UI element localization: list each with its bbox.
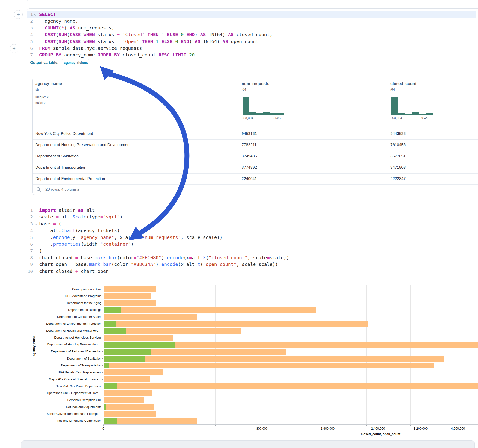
code-token: alt. [125,235,136,240]
line-number: 5 [22,234,33,241]
table-cell: 7782211 [242,143,257,147]
code-token: = [183,261,186,267]
code-token: alt. [59,214,72,220]
code-token: scale)) [203,235,222,240]
code-token: "#FFC080" [136,255,161,260]
code-token: X [197,261,200,267]
code-token: alt [84,207,95,213]
code-token: properties [53,241,81,247]
code-line[interactable]: ) [39,248,42,254]
code-token: scale)) [270,255,289,260]
code-token: = [70,261,72,267]
code-token: = [53,221,56,227]
histogram-max-label: 9.5e6 [273,116,281,120]
code-token: (x [183,255,189,260]
code-token: scale)) [258,261,278,267]
code-token: encode [53,235,70,240]
column-name: num_requests [242,81,269,86]
histogram-bar [263,112,270,115]
code-token: = [75,235,78,240]
code-token: as [78,207,84,213]
table-cell: New York City Police Department [35,131,93,136]
code-token: , scale [247,255,267,260]
histogram-bar [426,113,433,115]
table-row: Department of Environmental Protection22… [32,173,478,185]
code-line[interactable]: scale = alt.Scale(type="sqrt") [39,214,122,220]
table-cell: 3471908 [390,165,406,170]
code-token: , x [114,235,122,240]
code-token: = [200,235,203,240]
code-token: = [133,255,136,260]
code-token: = [56,214,59,220]
line-number: 9 [22,261,33,268]
code-token: = [189,255,192,260]
code-token: mark_bar [89,261,111,267]
next-cell-collapsed[interactable] [21,440,475,448]
table-cell: Department of Sanitation [35,154,79,159]
table-cell: Department of Housing Preservation and D… [35,143,131,147]
code-token: "agency_name" [78,235,114,240]
code-token: , scale [236,261,256,267]
histogram-bar [243,97,249,115]
code-token: ( [206,255,209,260]
histogram-max-label: 9.4e6 [421,116,429,120]
table-row: New York City Police Department945313194… [32,128,478,140]
column-stat: unique: 20 [35,95,50,99]
code-token: (y [70,235,75,240]
code-token: chart_closed [39,255,75,260]
code-token: . [39,235,53,240]
code-token: X [203,255,206,260]
code-line[interactable]: alt.Chart(agency_tickets) [39,227,120,234]
histogram-bar [412,112,419,115]
code-line[interactable]: chart_closed + chart_open [39,268,109,275]
code-token: chart_open [78,268,109,274]
cell-frame [27,8,478,440]
code-line[interactable]: chart_open = base.mark_bar(color="#8BC34… [39,261,278,268]
code-token: Scale [73,214,87,220]
column-stat: nulls: 0 [35,101,45,105]
code-token: (agency_tickets) [75,228,120,233]
code-line[interactable]: import altair as alt [39,207,95,214]
code-token: alt. [192,255,203,260]
code-token: "open_count" [203,261,237,267]
code-token: ) [120,214,122,220]
divider [27,205,478,205]
code-token: encode [161,261,178,267]
code-token: ) [131,241,133,247]
code-token: ( [139,235,142,240]
table-cell: 3774892 [242,165,257,170]
table-row: Department of Transportation377489234719… [32,162,478,174]
table-footer: 20 rows, 4 columns [32,184,478,195]
python-code-editor[interactable]: 1import altair as alt2scale = alt.Scale(… [0,0,478,69]
histogram-bar [419,114,426,115]
line-number: 7 [22,248,33,254]
code-token: "#8BC34A" [131,261,156,267]
table-cell: 9453131 [242,131,257,136]
code-token: Chart [61,228,75,233]
code-token: "container" [100,241,131,247]
code-token: X [137,235,139,240]
table-cell: 9443533 [390,131,406,136]
code-token: ). [156,261,161,267]
code-token: = [98,241,100,247]
code-token: base. [73,261,89,267]
code-line[interactable]: .encode(y="agency_name", x=alt.X("num_re… [39,234,222,241]
search-icon[interactable] [36,187,41,192]
code-token: import [39,207,56,213]
line-number: 6 [22,241,33,248]
code-token: "num_requests" [142,235,181,240]
code-line[interactable]: chart_closed = base.mark_bar(color="#FFC… [39,255,289,261]
code-line[interactable]: base = ( [39,221,61,227]
code-token: chart_open [39,261,70,267]
code-token: = [100,214,103,220]
table-cell: 3749485 [242,154,257,159]
code-line[interactable]: .properties(width="container") [39,241,133,248]
histogram-bar [391,97,398,115]
histogram-bar [277,113,284,115]
line-number: 3 [22,221,33,227]
column-type: i64 [242,87,246,91]
code-token: ). [161,255,167,260]
code-token: (width [81,241,98,247]
table-cell: 2222847 [390,176,406,181]
code-token: altair [56,207,78,213]
